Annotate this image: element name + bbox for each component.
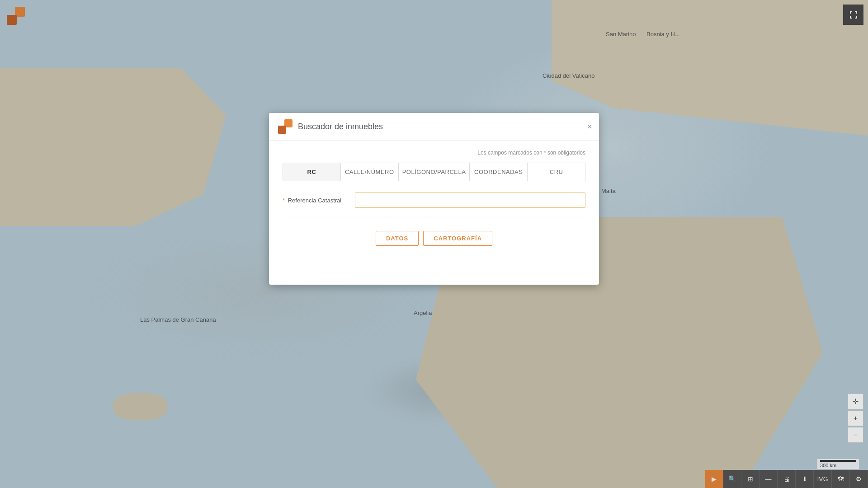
form-divider (283, 217, 585, 217)
action-buttons: DATOS CARTOGRAFÍA (283, 226, 585, 250)
modal-logo (278, 119, 292, 134)
required-star: * (283, 197, 285, 204)
search-tabs: RC CALLE/NÚMERO POLÍGONO/PARCELA COORDEN… (283, 163, 585, 181)
tab-cru[interactable]: CRU (528, 163, 585, 181)
tab-calle[interactable]: CALLE/NÚMERO (341, 163, 399, 181)
modal-title: Buscador de inmuebles (298, 122, 383, 131)
tab-poligono[interactable]: POLÍGONO/PARCELA (399, 163, 470, 181)
cartografia-button[interactable]: CARTOGRAFÍA (423, 231, 492, 246)
modal-body: Los campos marcados con * son obligatori… (269, 141, 599, 264)
referencia-input[interactable] (355, 192, 585, 208)
modal-logo-sq2 (278, 126, 286, 134)
search-modal: Buscador de inmuebles × Los campos marca… (269, 113, 599, 285)
tab-coordenadas[interactable]: COORDENADAS (470, 163, 528, 181)
tab-rc[interactable]: RC (283, 163, 341, 181)
modal-overlay: Buscador de inmuebles × Los campos marca… (0, 0, 868, 488)
modal-header: Buscador de inmuebles × (269, 113, 599, 141)
referencia-row: * Referencia Catastral (283, 192, 585, 208)
referencia-label: * Referencia Catastral (283, 197, 355, 204)
required-note: Los campos marcados con * son obligatori… (283, 150, 585, 156)
datos-button[interactable]: DATOS (376, 231, 419, 246)
modal-close-button[interactable]: × (587, 122, 592, 131)
